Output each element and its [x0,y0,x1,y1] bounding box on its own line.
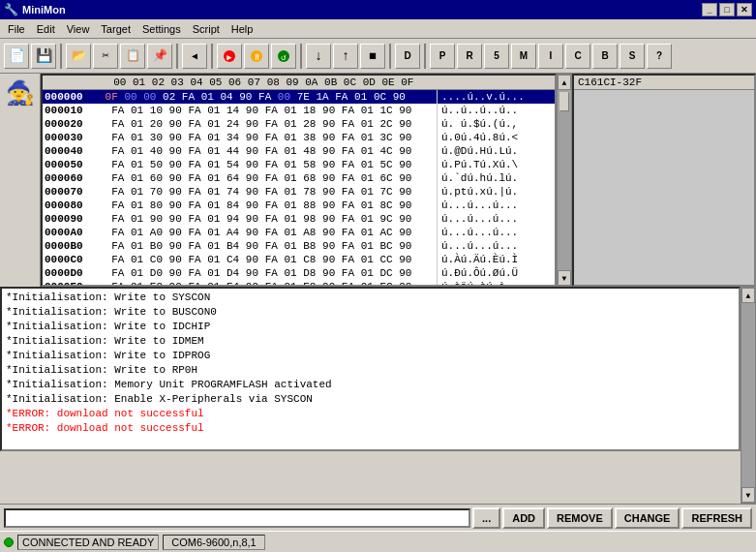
open-button[interactable]: 📂 [66,44,91,69]
hex-row[interactable]: 0000A0 FA 01 A0 90 FA 01 A4 90 FA 01 A8 … [43,226,555,239]
status-led [4,537,14,547]
hex-row-addr: 000090 [45,212,99,226]
hex-row-ascii: ú...ú...ú... [437,199,553,212]
left-panel: 🧙 [0,74,41,287]
hex-row[interactable]: 0000C0 FA 01 C0 90 FA 01 C4 90 FA 01 C8 … [43,253,555,266]
hex-row[interactable]: 000080 FA 01 80 90 FA 01 84 90 FA 01 88 … [43,199,555,212]
hex-row[interactable]: 000000 0F 00 00 02 FA 01 04 90 FA 00 7E … [43,90,555,104]
mini-mon-icon: 🧙 [6,79,35,107]
menu-edit[interactable]: Edit [31,21,61,37]
minimize-button[interactable]: _ [702,3,717,16]
hex-row-addr: 000030 [45,131,99,144]
hex-row[interactable]: 0000D0 FA 01 D0 90 FA 01 D4 90 FA 01 D8 … [43,266,555,280]
d-button[interactable]: D [395,44,420,69]
hex-row-ascii: ú..ú..ú..ú.. [437,104,553,117]
hex-scrollbar[interactable]: ▲ ▼ [557,74,572,287]
scroll-down-button[interactable]: ▼ [558,270,571,286]
hex-row-bytes: FA 01 D0 90 FA 01 D4 90 FA 01 D8 90 FA 0… [99,266,437,280]
hex-row-addr: 000070 [45,185,99,199]
hex-row-ascii: ú.Ðú.Ôú.Øú.Ü [437,266,553,280]
help-button[interactable]: ? [647,44,672,69]
hex-row-ascii: ú.ptú.xú.|ú. [437,185,553,199]
hex-row-ascii: ú.@Dú.Hú.Lú. [437,144,553,158]
change-button[interactable]: CHANGE [615,507,680,529]
svg-text:↺: ↺ [281,53,287,63]
title-bar: 🔧 MiniMon _ □ ✕ [0,0,756,19]
scroll-up-button[interactable]: ▲ [558,75,571,90]
log-line: *Initialisation: Memory Unit PROGRAMFLAS… [6,378,735,392]
right-panel-header: C161CI-32F [574,76,754,90]
5-button[interactable]: 5 [484,44,509,69]
menu-settings[interactable]: Settings [136,21,187,37]
hex-row[interactable]: 000030 FA 01 30 90 FA 01 34 90 FA 01 38 … [43,131,555,144]
add-button[interactable]: ADD [502,507,545,529]
c-button[interactable]: C [565,44,590,69]
m-button[interactable]: M [511,44,536,69]
svg-text:▶: ▶ [227,53,232,63]
maximize-button[interactable]: □ [719,3,735,16]
svg-text:⏸: ⏸ [253,53,261,63]
status-bar: CONNECTED AND READY COM6-9600,n,8,1 [0,531,756,552]
reset-button[interactable]: ↺ [271,44,296,69]
log-line: *ERROR: download not successful [6,407,735,421]
halt-button[interactable]: ⏹ [360,44,385,69]
ellipsis-button[interactable]: ... [472,507,500,529]
hex-row-ascii: ú...ú...ú... [437,212,553,226]
hex-row-addr: 000040 [45,144,99,158]
menu-bar: File Edit View Target Settings Script He… [0,19,756,39]
hex-rows[interactable]: 000000 0F 00 00 02 FA 01 04 90 FA 00 7E … [43,90,555,285]
sep5 [389,44,391,69]
hex-row-addr: 0000A0 [45,226,99,239]
hex-row-ascii: ú.àäú.èú.ì [437,280,553,285]
hex-row[interactable]: 000040 FA 01 40 90 FA 01 44 90 FA 01 48 … [43,144,555,158]
r-button[interactable]: R [457,44,482,69]
scroll-thumb[interactable] [559,92,569,111]
hex-row[interactable]: 000050 FA 01 50 90 FA 01 54 90 FA 01 58 … [43,158,555,171]
menu-help[interactable]: Help [226,21,259,37]
hex-row-bytes: FA 01 B0 90 FA 01 B4 90 FA 01 B8 90 FA 0… [99,239,437,253]
log-scroll-up[interactable]: ▲ [741,288,755,303]
hex-row[interactable]: 000010 FA 01 10 90 FA 01 14 90 FA 01 18 … [43,104,555,117]
log-scroll-down[interactable]: ▼ [741,487,755,503]
hex-row[interactable]: 000070 FA 01 70 90 FA 01 74 90 FA 01 78 … [43,185,555,199]
hex-row-ascii: ú.Pú.Tú.Xú.\ [437,158,553,171]
sep1 [60,44,62,69]
step-into-button[interactable]: ↓ [306,44,331,69]
sep4 [300,44,302,69]
new-button[interactable]: 📄 [4,44,29,69]
remove-button[interactable]: REMOVE [547,507,613,529]
address-input[interactable] [4,508,470,528]
hex-row-addr: 0000B0 [45,239,99,253]
run-button[interactable]: ▶ [217,44,242,69]
save-button[interactable]: 💾 [31,44,56,69]
window-controls: _ □ ✕ [702,3,752,16]
hex-row-addr: 000010 [45,104,99,117]
hex-row-bytes: FA 01 70 90 FA 01 74 90 FA 01 78 90 FA 0… [99,185,437,199]
right-panel-content [574,90,754,285]
pause-button[interactable]: ⏸ [244,44,269,69]
copy-button[interactable]: 📋 [120,44,145,69]
p-button[interactable]: P [430,44,455,69]
s-button[interactable]: S [620,44,645,69]
close-button[interactable]: ✕ [737,3,752,16]
hex-row[interactable]: 000060 FA 01 60 90 FA 01 64 90 FA 01 68 … [43,171,555,185]
log-line: *Initialisation: Write to SYSCON [6,291,735,305]
hex-row[interactable]: 0000E0 FA 01 E0 90 FA 01 E4 90 FA 01 E8 … [43,280,555,285]
hex-row[interactable]: 000020 FA 01 20 90 FA 01 24 90 FA 01 28 … [43,117,555,131]
paste-button[interactable]: 📌 [147,44,172,69]
back-button[interactable]: ◀ [182,44,207,69]
hex-row[interactable]: 0000B0 FA 01 B0 90 FA 01 B4 90 FA 01 B8 … [43,239,555,253]
hex-row[interactable]: 000090 FA 01 90 90 FA 01 94 90 FA 01 98 … [43,212,555,226]
b-button[interactable]: B [592,44,618,69]
log-scrollbar[interactable]: ▲ ▼ [741,287,756,504]
menu-script[interactable]: Script [187,21,226,37]
scroll-track [558,90,571,270]
step-over-button[interactable]: ↑ [333,44,358,69]
hex-row-bytes: FA 01 50 90 FA 01 54 90 FA 01 58 90 FA 0… [99,158,437,171]
menu-file[interactable]: File [2,21,31,37]
menu-view[interactable]: View [61,21,96,37]
refresh-button[interactable]: REFRESH [681,507,752,529]
i-button[interactable]: I [538,44,563,69]
menu-target[interactable]: Target [95,21,136,37]
cut-button[interactable]: ✂ [93,44,118,69]
